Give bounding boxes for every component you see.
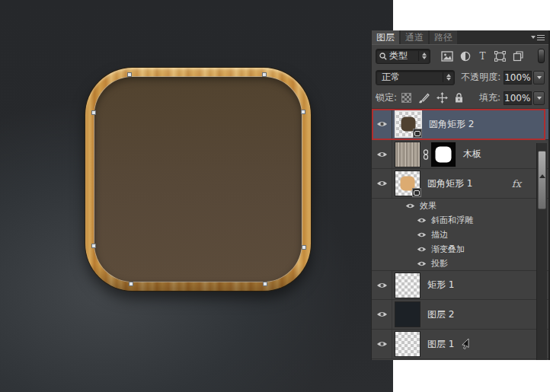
- visibility-eye-icon[interactable]: [417, 217, 427, 224]
- layers-panel: 图层 通道 路径 类型 T 正常 不透明度: 100% 锁定:: [371, 30, 550, 360]
- lock-row: 锁定: 填充: 100%: [372, 88, 548, 109]
- lock-position-icon[interactable]: [436, 92, 448, 104]
- tab-layers[interactable]: 图层: [372, 30, 399, 44]
- layer-row-rect-1[interactable]: 矩形 1: [372, 271, 548, 300]
- opacity-value[interactable]: 100%: [504, 71, 532, 84]
- effect-row-gradient-overlay[interactable]: 渐变叠加: [372, 242, 548, 257]
- lock-image-pixels-icon[interactable]: [418, 93, 430, 104]
- mouse-cursor-icon: [462, 339, 469, 349]
- fill-dropdown-button[interactable]: [533, 91, 545, 105]
- effect-row-drop-shadow[interactable]: 投影: [372, 257, 548, 271]
- panel-scrollbar[interactable]: [536, 143, 547, 360]
- layer-thumbnail[interactable]: [395, 142, 420, 167]
- layer-thumbnail[interactable]: [395, 272, 420, 298]
- effect-label: 描边: [431, 229, 448, 241]
- layer-name: 图层 1: [427, 338, 454, 351]
- visibility-eye-icon[interactable]: [417, 246, 427, 253]
- layer-row-rounded-rect-1[interactable]: 圆角矩形 1 fx: [372, 169, 548, 199]
- layer-mask-thumbnail[interactable]: [430, 142, 456, 167]
- path-anchor[interactable]: [91, 244, 96, 248]
- combo-spinner: [443, 72, 452, 82]
- layer-thumbnail[interactable]: [395, 331, 420, 357]
- filter-type-label: 类型: [387, 49, 418, 62]
- filter-adjustment-layers-icon[interactable]: [460, 51, 471, 62]
- effects-header-label: 效果: [420, 200, 436, 212]
- lock-all-icon[interactable]: [455, 93, 463, 103]
- scrollbar-thumb[interactable]: [538, 151, 546, 209]
- path-anchor[interactable]: [129, 282, 133, 286]
- effect-row-bevel-emboss[interactable]: 斜面和浮雕: [372, 213, 548, 228]
- visibility-eye-icon[interactable]: [372, 109, 392, 139]
- panel-tab-bar: 图层 通道 路径: [372, 30, 548, 44]
- mask-link-icon[interactable]: [420, 149, 430, 160]
- filter-pixel-layers-icon[interactable]: [441, 51, 453, 62]
- tab-paths[interactable]: 路径: [430, 30, 457, 44]
- layer-filtering-toggle[interactable]: [538, 49, 545, 63]
- path-anchor[interactable]: [302, 245, 306, 250]
- filter-smart-objects-icon[interactable]: [513, 51, 523, 62]
- layer-thumbnail[interactable]: [395, 110, 422, 138]
- filter-type-combo[interactable]: 类型: [376, 49, 430, 64]
- visibility-eye-icon[interactable]: [417, 231, 427, 238]
- shape-layer-badge-icon: [412, 188, 421, 197]
- layer-name: 圆角矩形 2: [429, 118, 474, 131]
- tab-channels[interactable]: 通道: [401, 30, 428, 44]
- search-icon: [379, 53, 387, 60]
- effects-header-row[interactable]: 效果: [372, 199, 548, 213]
- svg-text:T: T: [479, 51, 485, 61]
- visibility-eye-icon[interactable]: [372, 300, 392, 329]
- path-anchor[interactable]: [262, 72, 267, 77]
- blend-mode-combo[interactable]: 正常: [376, 70, 455, 85]
- layer-name: 图层 2: [427, 308, 454, 321]
- blend-mode-row: 正常 不透明度: 100%: [372, 67, 548, 88]
- visibility-eye-icon[interactable]: [372, 140, 392, 168]
- effect-label: 斜面和浮雕: [431, 215, 473, 226]
- layer-filter-row: 类型 T: [372, 44, 548, 67]
- lock-transparent-pixels-icon[interactable]: [401, 93, 411, 103]
- blend-mode-value: 正常: [379, 71, 443, 84]
- layer-row-layer-2[interactable]: 图层 2: [372, 300, 548, 330]
- layer-row-layer-1[interactable]: 图层 1: [372, 330, 548, 359]
- layer-list: 圆角矩形 2 木板 圆角矩形 1 fx: [372, 109, 548, 359]
- visibility-eye-icon[interactable]: [372, 330, 392, 359]
- path-anchor[interactable]: [301, 110, 305, 114]
- rounded-rectangle-2-shape[interactable]: [94, 77, 302, 282]
- path-anchor[interactable]: [263, 282, 267, 286]
- effect-label: 渐变叠加: [431, 244, 465, 255]
- layer-name: 矩形 1: [427, 279, 454, 292]
- layer-effects-fx-badge[interactable]: fx: [512, 178, 521, 190]
- wood-frame-shape[interactable]: [85, 68, 311, 291]
- path-anchor[interactable]: [127, 72, 132, 77]
- visibility-eye-icon[interactable]: [405, 202, 415, 209]
- layer-thumbnail[interactable]: [395, 171, 420, 196]
- lock-label: 锁定:: [376, 91, 397, 104]
- opacity-dropdown-button[interactable]: [533, 71, 545, 84]
- filter-shape-layers-icon[interactable]: [494, 51, 506, 62]
- opacity-label: 不透明度:: [461, 71, 500, 84]
- shape-layer-badge-icon: [413, 129, 422, 138]
- layer-name: 木板: [463, 148, 481, 161]
- fill-label: 填充:: [479, 91, 500, 104]
- filter-type-layers-icon[interactable]: T: [478, 51, 488, 61]
- layer-row-wood[interactable]: 木板: [372, 140, 548, 169]
- path-anchor[interactable]: [91, 110, 96, 115]
- visibility-eye-icon[interactable]: [417, 260, 427, 267]
- effect-label: 投影: [431, 258, 448, 269]
- panel-menu-icon[interactable]: [531, 30, 548, 44]
- layer-row-rounded-rect-2[interactable]: 圆角矩形 2: [372, 109, 548, 140]
- document-canvas[interactable]: [0, 0, 393, 392]
- layer-name: 圆角矩形 1: [427, 177, 472, 190]
- layer-thumbnail[interactable]: [395, 301, 420, 327]
- visibility-eye-icon[interactable]: [372, 271, 392, 299]
- fill-value[interactable]: 100%: [504, 91, 532, 105]
- effect-row-stroke[interactable]: 描边: [372, 228, 548, 242]
- visibility-eye-icon[interactable]: [372, 169, 392, 198]
- combo-spinner: [418, 51, 428, 61]
